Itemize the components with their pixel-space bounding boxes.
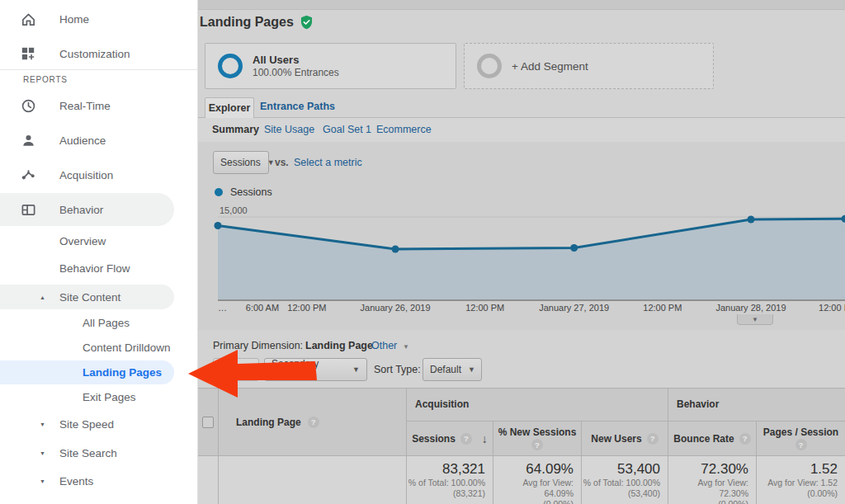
vs-label: vs.	[275, 157, 289, 168]
totals-checkbox-cell	[198, 456, 219, 504]
sidebar-item-behavior-flow[interactable]: Behavior Flow	[0, 256, 197, 280]
sidebar-item-label: Acquisition	[59, 169, 113, 181]
help-icon[interactable]: ?	[795, 439, 807, 450]
svg-text:12:00 PM: 12:00 PM	[465, 303, 504, 313]
sidebar-item-label: Exit Pages	[83, 391, 136, 403]
segment-all-users[interactable]: All Users 100.00% Entrances	[205, 43, 456, 89]
sidebar-item-label: Site Content	[59, 291, 120, 304]
total-value: 64.09%	[493, 461, 574, 478]
segment-donut-icon	[218, 54, 243, 78]
totals-landing-page-cell	[219, 456, 407, 504]
sidebar-item-label: Audience	[59, 134, 106, 147]
sidebar-item-landing-pages[interactable]: Landing Pages	[0, 360, 174, 384]
svg-text:…: …	[218, 303, 227, 313]
sort-type-dropdown[interactable]: Default ▼	[422, 358, 482, 381]
segment-donut-gray-icon	[477, 54, 502, 78]
sidebar-item-real-time[interactable]: Real-Time	[0, 93, 197, 118]
sidebar-item-overview[interactable]: Overview	[0, 228, 197, 253]
total-value: 83,321	[407, 461, 485, 478]
total-subline: (0.00%)	[757, 488, 838, 499]
data-table: Landing Page ? Acquisition Behavior Sess…	[198, 388, 845, 504]
sessions-chart-svg: 15,00010,0005,000…6:00 AM12:00 PMJanuary…	[198, 205, 845, 320]
clock-icon	[20, 97, 36, 114]
sidebar-item-home[interactable]: Home	[0, 7, 197, 31]
sidebar-item-customization[interactable]: Customization	[0, 41, 197, 66]
column-header-sessions[interactable]: Sessions ? ↓	[407, 422, 493, 456]
sort-type-label: Sort Type:	[374, 364, 421, 375]
subnav-ecommerce[interactable]: Ecommerce	[376, 124, 432, 135]
help-icon[interactable]: ?	[739, 433, 751, 445]
help-icon[interactable]: ?	[308, 417, 319, 428]
group-label: Acquisition	[407, 389, 668, 410]
subnav-goal-set-1[interactable]: Goal Set 1	[323, 124, 371, 135]
person-icon	[20, 132, 36, 148]
sidebar-item-behavior[interactable]: Behavior	[0, 193, 174, 226]
sidebar-item-label: Landing Pages	[83, 366, 162, 379]
home-icon	[20, 11, 36, 27]
totals-new-sessions: 64.09% Avg for View: 64.09% (0.00%)	[493, 456, 582, 504]
select-metric-link[interactable]: Select a metric	[294, 157, 362, 168]
column-header-new-users[interactable]: New Users ?	[582, 422, 668, 456]
expand-triangle-icon: ▼	[40, 422, 45, 427]
sidebar-item-site-speed[interactable]: ▼ Site Speed	[0, 412, 197, 436]
chart-collapse-handle[interactable]: ▼	[737, 314, 773, 325]
tab-explorer[interactable]: Explorer	[205, 97, 254, 118]
sidebar-divider	[0, 69, 197, 70]
svg-text:15,000: 15,000	[220, 205, 248, 215]
page-title-text: Landing Pages	[200, 15, 294, 30]
column-header-bounce-rate[interactable]: Bounce Rate ?	[668, 422, 757, 456]
sidebar-item-content-drilldown[interactable]: Content Drilldown	[0, 335, 197, 360]
sidebar-item-label: Behavior	[59, 204, 103, 216]
sidebar-item-label: Overview	[59, 235, 106, 247]
legend-label: Sessions	[230, 186, 272, 198]
column-header-pages-session[interactable]: Pages / Session ?	[757, 422, 845, 456]
sidebar-item-label: Home	[59, 13, 89, 26]
primary-dimension-other[interactable]: Other	[371, 340, 397, 351]
total-value: 1.52	[757, 461, 838, 478]
total-subline: Avg for View: 72.30%	[668, 478, 748, 499]
sidebar-item-acquisition[interactable]: Acquisition	[0, 163, 197, 187]
sidebar-item-events[interactable]: ▼ Events	[0, 469, 197, 493]
sidebar-item-audience[interactable]: Audience	[0, 128, 197, 153]
acquisition-icon	[20, 167, 36, 183]
chevron-down-icon: ▼	[352, 365, 360, 374]
tab-entrance-paths-label: Entrance Paths	[260, 101, 335, 112]
column-header-label: % New Sessions	[498, 426, 577, 438]
help-icon[interactable]: ?	[647, 433, 659, 445]
sort-type-value: Default	[430, 364, 461, 375]
add-segment-label: + Add Segment	[512, 60, 588, 73]
select-all-checkbox[interactable]	[202, 417, 214, 428]
sidebar: Home Customization REPORTS Real-Time Aud…	[0, 0, 198, 504]
tab-entrance-paths[interactable]: Entrance Paths	[260, 101, 335, 112]
column-header-label: New Users	[591, 433, 641, 445]
report-content: Landing Pages All Users 100.00% Entrance…	[198, 0, 845, 504]
subnav-summary[interactable]: Summary	[212, 124, 259, 135]
help-icon[interactable]: ?	[531, 439, 543, 450]
legend-dot-icon	[215, 188, 223, 196]
help-icon[interactable]: ?	[460, 433, 472, 445]
sidebar-item-site-search[interactable]: ▼ Site Search	[0, 440, 197, 465]
add-segment-button[interactable]: + Add Segment	[464, 43, 714, 89]
metric-dropdown-value: Sessions	[220, 157, 261, 168]
sidebar-item-label: Site Speed	[59, 418, 114, 431]
segment-detail: 100.00% Entrances	[253, 67, 339, 79]
sidebar-item-exit-pages[interactable]: Exit Pages	[0, 384, 197, 409]
subnav: Summary Site Usage Goal Set 1 Ecommerce	[198, 118, 845, 143]
sidebar-item-site-content[interactable]: ▲ Site Content	[0, 285, 174, 309]
subnav-site-usage[interactable]: Site Usage	[264, 124, 314, 135]
expand-triangle-icon: ▼	[40, 478, 45, 484]
red-arrow	[183, 345, 323, 403]
expand-triangle-icon: ▼	[40, 450, 45, 456]
collapse-triangle-icon: ▲	[40, 294, 45, 300]
svg-text:January 28, 2019: January 28, 2019	[715, 303, 786, 313]
chevron-down-icon: ▼	[267, 158, 275, 167]
svg-text:January 27, 2019: January 27, 2019	[539, 303, 609, 313]
page-title: Landing Pages	[200, 15, 314, 30]
totals-sessions: 83,321 % of Total: 100.00% (83,321)	[407, 456, 493, 504]
metric-dropdown[interactable]: Sessions ▼	[213, 151, 269, 174]
group-header-acquisition: Acquisition	[407, 389, 668, 422]
column-header-new-sessions[interactable]: % New Sessions ?	[493, 422, 582, 456]
total-subline: % of Total: 100.00%	[582, 478, 660, 488]
sidebar-item-all-pages[interactable]: All Pages	[0, 310, 197, 335]
totals-new-users: 53,400 % of Total: 100.00% (53,400)	[582, 456, 668, 504]
